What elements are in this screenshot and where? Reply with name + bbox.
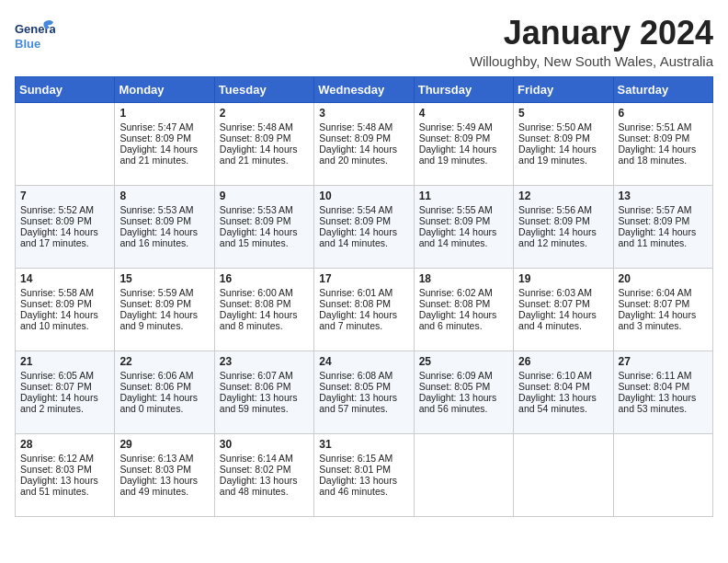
calendar-cell: 20Sunrise: 6:04 AMSunset: 8:07 PMDayligh…: [613, 268, 712, 350]
sunrise: Sunrise: 5:48 AM: [319, 121, 392, 132]
sunset: Sunset: 8:09 PM: [518, 215, 590, 226]
sunset: Sunset: 8:04 PM: [518, 381, 590, 392]
daylight: Daylight: 14 hours and 19 minutes.: [518, 144, 597, 166]
daylight: Daylight: 14 hours and 21 minutes.: [119, 144, 198, 166]
daylight: Daylight: 13 hours and 57 minutes.: [319, 392, 397, 414]
daylight: Daylight: 13 hours and 53 minutes.: [619, 392, 697, 414]
sunset: Sunset: 8:09 PM: [119, 298, 191, 309]
sunset: Sunset: 8:01 PM: [319, 464, 391, 475]
calendar-cell: [414, 433, 513, 516]
day-number: 18: [419, 272, 508, 285]
daylight: Daylight: 14 hours and 4 minutes.: [518, 309, 597, 331]
sunset: Sunset: 8:09 PM: [20, 215, 92, 226]
header: General Blue January 2024 Willoughby, Ne…: [15, 15, 713, 69]
sunset: Sunset: 8:09 PM: [119, 132, 191, 144]
sunset: Sunset: 8:09 PM: [20, 298, 92, 309]
day-number: 28: [20, 438, 109, 451]
day-number: 17: [319, 272, 408, 285]
daylight: Daylight: 14 hours and 11 minutes.: [619, 226, 697, 248]
calendar-cell: 7Sunrise: 5:52 AMSunset: 8:09 PMDaylight…: [16, 185, 115, 268]
sunset: Sunset: 8:09 PM: [319, 215, 391, 226]
sunrise: Sunrise: 5:59 AM: [119, 287, 193, 298]
weekday-header-monday: Monday: [115, 76, 214, 102]
weekday-header-wednesday: Wednesday: [314, 76, 414, 102]
daylight: Daylight: 13 hours and 51 minutes.: [20, 475, 98, 497]
daylight: Daylight: 14 hours and 16 minutes.: [119, 226, 198, 248]
sunset: Sunset: 8:09 PM: [220, 215, 291, 226]
day-number: 19: [518, 272, 608, 285]
daylight: Daylight: 14 hours and 20 minutes.: [319, 144, 397, 166]
day-number: 5: [518, 107, 608, 120]
calendar-cell: 2Sunrise: 5:48 AMSunset: 8:09 PMDaylight…: [214, 102, 313, 185]
calendar-cell: 18Sunrise: 6:02 AMSunset: 8:08 PMDayligh…: [414, 268, 513, 350]
daylight: Daylight: 14 hours and 3 minutes.: [619, 309, 697, 331]
location: Willoughby, New South Wales, Australia: [470, 53, 713, 69]
sunrise: Sunrise: 6:00 AM: [220, 287, 293, 298]
week-row-5: 28Sunrise: 6:12 AMSunset: 8:03 PMDayligh…: [16, 433, 713, 516]
day-number: 13: [619, 190, 708, 202]
day-number: 30: [220, 438, 309, 451]
calendar-cell: 26Sunrise: 6:10 AMSunset: 8:04 PMDayligh…: [514, 350, 613, 433]
day-number: 23: [220, 355, 309, 368]
sunrise: Sunrise: 5:54 AM: [319, 204, 392, 215]
calendar-cell: 9Sunrise: 5:53 AMSunset: 8:09 PMDaylight…: [214, 185, 313, 268]
sunset: Sunset: 8:09 PM: [319, 132, 391, 144]
sunrise: Sunrise: 5:57 AM: [619, 204, 692, 215]
day-number: 8: [119, 190, 209, 202]
sunset: Sunset: 8:09 PM: [119, 215, 191, 226]
sunrise: Sunrise: 6:01 AM: [319, 287, 392, 298]
sunset: Sunset: 8:06 PM: [119, 381, 191, 392]
sunrise: Sunrise: 6:04 AM: [619, 287, 692, 298]
daylight: Daylight: 14 hours and 18 minutes.: [619, 144, 697, 166]
sunrise: Sunrise: 6:05 AM: [20, 370, 94, 381]
logo: General Blue: [15, 15, 59, 55]
day-number: 27: [619, 355, 708, 368]
day-number: 20: [619, 272, 708, 285]
sunset: Sunset: 8:08 PM: [419, 298, 491, 309]
calendar-table: SundayMondayTuesdayWednesdayThursdayFrid…: [15, 76, 713, 517]
week-row-2: 7Sunrise: 5:52 AMSunset: 8:09 PMDaylight…: [16, 185, 713, 268]
day-number: 6: [619, 107, 708, 120]
daylight: Daylight: 14 hours and 7 minutes.: [319, 309, 397, 331]
daylight: Daylight: 13 hours and 49 minutes.: [119, 475, 198, 497]
calendar-cell: 16Sunrise: 6:00 AMSunset: 8:08 PMDayligh…: [214, 268, 313, 350]
calendar-cell: 24Sunrise: 6:08 AMSunset: 8:05 PMDayligh…: [314, 350, 414, 433]
week-row-4: 21Sunrise: 6:05 AMSunset: 8:07 PMDayligh…: [16, 350, 713, 433]
calendar-cell: [16, 102, 115, 185]
calendar-cell: 1Sunrise: 5:47 AMSunset: 8:09 PMDaylight…: [115, 102, 214, 185]
month-title: January 2024: [470, 15, 713, 52]
sunset: Sunset: 8:09 PM: [419, 132, 491, 144]
header-row: SundayMondayTuesdayWednesdayThursdayFrid…: [16, 76, 713, 102]
sunrise: Sunrise: 5:58 AM: [20, 287, 94, 298]
sunrise: Sunrise: 6:03 AM: [518, 287, 592, 298]
week-row-1: 1Sunrise: 5:47 AMSunset: 8:09 PMDaylight…: [16, 102, 713, 185]
sunrise: Sunrise: 6:06 AM: [119, 370, 193, 381]
sunset: Sunset: 8:04 PM: [619, 381, 690, 392]
calendar-cell: 23Sunrise: 6:07 AMSunset: 8:06 PMDayligh…: [214, 350, 313, 433]
day-number: 24: [319, 355, 408, 368]
sunrise: Sunrise: 5:52 AM: [20, 204, 94, 215]
sunrise: Sunrise: 5:53 AM: [220, 204, 293, 215]
calendar-cell: 11Sunrise: 5:55 AMSunset: 8:09 PMDayligh…: [414, 185, 513, 268]
calendar-cell: 27Sunrise: 6:11 AMSunset: 8:04 PMDayligh…: [613, 350, 712, 433]
sunset: Sunset: 8:08 PM: [319, 298, 391, 309]
day-number: 31: [319, 438, 408, 451]
calendar-cell: [514, 433, 613, 516]
calendar-cell: 4Sunrise: 5:49 AMSunset: 8:09 PMDaylight…: [414, 102, 513, 185]
day-number: 26: [518, 355, 608, 368]
calendar-cell: 3Sunrise: 5:48 AMSunset: 8:09 PMDaylight…: [314, 102, 414, 185]
daylight: Daylight: 13 hours and 59 minutes.: [220, 392, 298, 414]
weekday-header-saturday: Saturday: [613, 76, 712, 102]
sunset: Sunset: 8:09 PM: [619, 132, 690, 144]
sunset: Sunset: 8:07 PM: [619, 298, 690, 309]
sunrise: Sunrise: 5:50 AM: [518, 121, 592, 132]
sunrise: Sunrise: 6:15 AM: [319, 453, 392, 464]
weekday-header-sunday: Sunday: [16, 76, 115, 102]
sunset: Sunset: 8:09 PM: [518, 132, 590, 144]
sunrise: Sunrise: 5:55 AM: [419, 204, 493, 215]
sunrise: Sunrise: 5:51 AM: [619, 121, 692, 132]
daylight: Daylight: 13 hours and 56 minutes.: [419, 392, 497, 414]
logo-icon: General Blue: [15, 15, 55, 55]
calendar-cell: 8Sunrise: 5:53 AMSunset: 8:09 PMDaylight…: [115, 185, 214, 268]
daylight: Daylight: 14 hours and 9 minutes.: [119, 309, 198, 331]
